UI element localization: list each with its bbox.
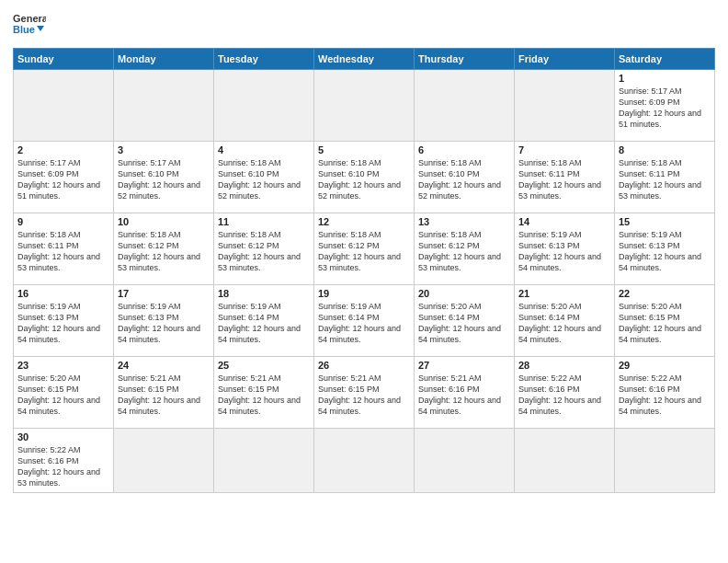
calendar-cell [14,70,114,142]
header-wednesday: Wednesday [314,49,415,70]
day-number: 2 [17,144,109,155]
day-number: 18 [218,288,310,299]
day-number: 1 [619,73,711,84]
svg-text:General: General [13,13,46,24]
header-sunday: Sunday [14,49,114,70]
header-friday: Friday [515,49,615,70]
day-number: 19 [318,288,410,299]
calendar-cell [314,70,415,142]
header-monday: Monday [114,49,214,70]
day-info: Sunrise: 5:20 AM Sunset: 6:14 PM Dayligh… [518,301,610,346]
day-info: Sunrise: 5:18 AM Sunset: 6:10 PM Dayligh… [218,157,310,202]
day-info: Sunrise: 5:17 AM Sunset: 6:09 PM Dayligh… [619,86,711,131]
calendar-cell: 4 Sunrise: 5:18 AM Sunset: 6:10 PM Dayli… [214,142,314,213]
calendar-cell: 5 Sunrise: 5:18 AM Sunset: 6:10 PM Dayli… [314,142,415,213]
day-number: 3 [118,144,210,155]
logo-graphic: General Blue [13,9,46,42]
calendar-cell: 15 Sunrise: 5:19 AM Sunset: 6:13 PM Dayl… [615,213,715,285]
day-number: 16 [17,288,109,299]
calendar-cell: 7 Sunrise: 5:18 AM Sunset: 6:11 PM Dayli… [515,142,615,213]
day-number: 22 [619,288,711,299]
calendar-cell: 18 Sunrise: 5:19 AM Sunset: 6:14 PM Dayl… [214,285,314,357]
day-info: Sunrise: 5:21 AM Sunset: 6:15 PM Dayligh… [118,373,210,418]
calendar-cell: 29 Sunrise: 5:22 AM Sunset: 6:16 PM Dayl… [615,357,715,429]
weekday-header-row: Sunday Monday Tuesday Wednesday Thursday… [14,49,715,70]
calendar-cell [515,70,615,142]
calendar-cell [214,429,314,493]
calendar-cell: 3 Sunrise: 5:17 AM Sunset: 6:10 PM Dayli… [114,142,214,213]
calendar-cell: 30 Sunrise: 5:22 AM Sunset: 6:16 PM Dayl… [14,429,114,493]
calendar-cell: 8 Sunrise: 5:18 AM Sunset: 6:11 PM Dayli… [615,142,715,213]
day-number: 28 [518,360,610,371]
day-info: Sunrise: 5:18 AM Sunset: 6:11 PM Dayligh… [518,157,610,202]
calendar-cell: 11 Sunrise: 5:18 AM Sunset: 6:12 PM Dayl… [214,213,314,285]
day-info: Sunrise: 5:18 AM Sunset: 6:11 PM Dayligh… [17,229,109,274]
calendar-cell [415,70,515,142]
day-number: 7 [518,144,610,155]
day-number: 5 [318,144,410,155]
day-number: 15 [619,216,711,227]
calendar-cell [114,70,214,142]
day-number: 30 [17,431,109,442]
calendar-cell [415,429,515,493]
day-info: Sunrise: 5:17 AM Sunset: 6:10 PM Dayligh… [118,157,210,202]
header-tuesday: Tuesday [214,49,314,70]
day-number: 20 [418,288,510,299]
day-info: Sunrise: 5:18 AM Sunset: 6:12 PM Dayligh… [318,229,410,274]
day-info: Sunrise: 5:19 AM Sunset: 6:14 PM Dayligh… [218,301,310,346]
day-info: Sunrise: 5:17 AM Sunset: 6:09 PM Dayligh… [17,157,109,202]
day-number: 4 [218,144,310,155]
calendar-cell: 23 Sunrise: 5:20 AM Sunset: 6:15 PM Dayl… [14,357,114,429]
calendar-cell: 24 Sunrise: 5:21 AM Sunset: 6:15 PM Dayl… [114,357,214,429]
day-number: 26 [318,360,410,371]
calendar-cell: 22 Sunrise: 5:20 AM Sunset: 6:15 PM Dayl… [615,285,715,357]
day-info: Sunrise: 5:19 AM Sunset: 6:13 PM Dayligh… [619,229,711,274]
calendar-cell: 16 Sunrise: 5:19 AM Sunset: 6:13 PM Dayl… [14,285,114,357]
day-info: Sunrise: 5:20 AM Sunset: 6:15 PM Dayligh… [17,373,109,418]
day-number: 13 [418,216,510,227]
day-number: 17 [118,288,210,299]
day-number: 8 [619,144,711,155]
day-info: Sunrise: 5:18 AM Sunset: 6:12 PM Dayligh… [418,229,510,274]
calendar-cell: 6 Sunrise: 5:18 AM Sunset: 6:10 PM Dayli… [415,142,515,213]
day-number: 10 [118,216,210,227]
logo-svg: General Blue [13,9,46,42]
calendar-cell: 21 Sunrise: 5:20 AM Sunset: 6:14 PM Dayl… [515,285,615,357]
calendar-cell: 2 Sunrise: 5:17 AM Sunset: 6:09 PM Dayli… [14,142,114,213]
day-number: 27 [418,360,510,371]
calendar-cell: 20 Sunrise: 5:20 AM Sunset: 6:14 PM Dayl… [415,285,515,357]
day-info: Sunrise: 5:18 AM Sunset: 6:11 PM Dayligh… [619,157,711,202]
day-info: Sunrise: 5:19 AM Sunset: 6:13 PM Dayligh… [17,301,109,346]
day-info: Sunrise: 5:19 AM Sunset: 6:14 PM Dayligh… [318,301,410,346]
day-number: 23 [17,360,109,371]
calendar-cell [314,429,415,493]
svg-text:Blue: Blue [13,24,35,35]
day-number: 29 [619,360,711,371]
header: General Blue [13,9,715,42]
day-info: Sunrise: 5:18 AM Sunset: 6:12 PM Dayligh… [118,229,210,274]
day-info: Sunrise: 5:20 AM Sunset: 6:15 PM Dayligh… [619,301,711,346]
day-number: 24 [118,360,210,371]
day-number: 14 [518,216,610,227]
calendar-table: Sunday Monday Tuesday Wednesday Thursday… [13,48,715,493]
calendar-cell [515,429,615,493]
day-info: Sunrise: 5:20 AM Sunset: 6:14 PM Dayligh… [418,301,510,346]
day-info: Sunrise: 5:19 AM Sunset: 6:13 PM Dayligh… [518,229,610,274]
calendar-cell: 9 Sunrise: 5:18 AM Sunset: 6:11 PM Dayli… [14,213,114,285]
calendar-cell: 19 Sunrise: 5:19 AM Sunset: 6:14 PM Dayl… [314,285,415,357]
day-info: Sunrise: 5:21 AM Sunset: 6:15 PM Dayligh… [218,373,310,418]
calendar-cell: 17 Sunrise: 5:19 AM Sunset: 6:13 PM Dayl… [114,285,214,357]
day-number: 25 [218,360,310,371]
calendar-cell: 26 Sunrise: 5:21 AM Sunset: 6:15 PM Dayl… [314,357,415,429]
calendar-cell: 27 Sunrise: 5:21 AM Sunset: 6:16 PM Dayl… [415,357,515,429]
day-info: Sunrise: 5:22 AM Sunset: 6:16 PM Dayligh… [518,373,610,418]
calendar-cell: 10 Sunrise: 5:18 AM Sunset: 6:12 PM Dayl… [114,213,214,285]
calendar-cell: 1 Sunrise: 5:17 AM Sunset: 6:09 PM Dayli… [615,70,715,142]
calendar-cell: 13 Sunrise: 5:18 AM Sunset: 6:12 PM Dayl… [415,213,515,285]
svg-marker-2 [37,26,44,31]
header-thursday: Thursday [415,49,515,70]
calendar-cell: 28 Sunrise: 5:22 AM Sunset: 6:16 PM Dayl… [515,357,615,429]
day-info: Sunrise: 5:21 AM Sunset: 6:16 PM Dayligh… [418,373,510,418]
header-saturday: Saturday [615,49,715,70]
day-info: Sunrise: 5:22 AM Sunset: 6:16 PM Dayligh… [619,373,711,418]
